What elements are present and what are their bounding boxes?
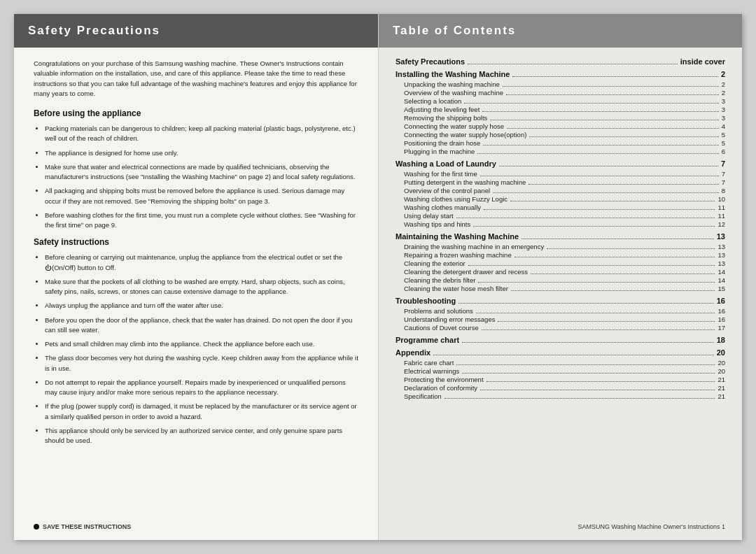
toc-sub-dots [456,218,715,218]
toc-main-entry: Programme chart18 [396,336,725,344]
toc-sub-entry: Cleaning the water hose mesh filter15 [404,285,725,292]
toc-sub-entry: Connecting the water supply hose4 [404,122,725,130]
toc-sub-dots [490,120,718,120]
toc-sub-dots [482,111,718,112]
list-item: Pets and small children may climb into t… [45,339,358,349]
footer-text: SAVE THESE INSTRUCTIONS [43,523,131,530]
bullet-list-safety: Before cleaning or carrying out maintena… [34,253,358,446]
toc-sub-dots [507,128,719,129]
toc-section: Programme chart18 [396,336,725,344]
toc-sub-dots [456,364,715,365]
toc-sub-entry: Draining the washing machine in an emerg… [404,243,725,250]
toc-sub-page: 13 [718,251,725,259]
toc-sub-entry: Repairing a frozen washing machine13 [404,251,725,259]
section-safety-instructions: Safety instructions Before cleaning or c… [34,237,358,446]
list-item: The appliance is designed for home use o… [45,148,358,158]
toc-sub-label: Cleaning the debris filter [404,276,475,284]
footer-left: SAVE THESE INSTRUCTIONS [34,523,131,530]
toc-section: Washing a Load of Laundry7Washing for th… [396,159,725,228]
toc-sub-label: Connecting the water supply hose(option) [404,131,526,138]
toc-sub-dots [503,86,719,87]
list-item: If the plug (power supply cord) is damag… [45,402,358,422]
toc-sub-label: Washing clothes using Fuzzy Logic [404,195,507,203]
toc-sub-dots [477,153,718,154]
toc-dots [468,64,678,64]
toc-sub-dots [511,290,715,291]
toc-sub-page: 21 [718,392,725,400]
toc-sub-dots [493,192,719,193]
toc-sub-label: Problems and solutions [404,307,473,315]
toc-sub-dots [510,201,715,201]
toc-sub-entry: Electrical warnings20 [404,367,725,375]
list-item: This appliance should only be serviced b… [45,426,358,446]
toc-sub-page: 20 [718,367,725,375]
toc-section: Installing the Washing Machine2Unpacking… [396,70,725,155]
toc-sub-dots [498,321,715,322]
toc-main-entry: Installing the Washing Machine2 [396,70,725,78]
toc-sub-entry: Specification21 [404,392,725,400]
toc-sub-page: 14 [718,268,725,276]
toc-sub-dots [480,176,719,176]
list-item: Before washing clothes for the first tim… [45,211,358,231]
toc-sub-label: Cleaning the exterior [404,260,465,267]
toc-sub-entry: Cautions of Duvet course17 [404,324,725,332]
toc-main-entry: Maintaining the Washing Machine13 [396,232,725,241]
toc-sub-page: 15 [718,285,725,292]
footer-bullet [34,524,39,530]
toc-sub-label: Positioning the drain hose [404,139,480,147]
toc-sub-label: Using delay start [404,212,454,220]
toc-sub-label: Cleaning the water hose mesh filter [404,285,508,292]
toc-sub-label: Selecting a location [404,97,461,105]
right-title: Table of Contents [393,24,516,37]
toc-dots [512,76,718,77]
toc-sub-entry: Washing clothes using Fuzzy Logic10 [404,195,725,203]
toc-page: 16 [717,297,725,305]
toc-sub-page: 20 [718,359,725,367]
toc-sub-dots [462,373,715,374]
toc-sub-page: 16 [718,315,725,323]
toc-section: Appendix20Fabric care chart20Electrical … [396,348,725,400]
toc-sub-dots [547,248,715,249]
toc-sub-entry: Declaration of conformity21 [404,384,725,392]
toc-dots [462,342,714,343]
toc-sub-entry: Protecting the environment21 [404,376,725,383]
toc-sub-dots [444,398,715,399]
toc-sub-entry: Putting detergent in the washing machine… [404,178,725,186]
list-item: Make sure that water and electrical conn… [45,162,358,183]
toc-sub-entries: Draining the washing machine in an emerg… [396,243,725,292]
toc-section: Troubleshooting16Problems and solutions1… [396,297,725,332]
toc-page: 18 [717,336,725,344]
toc-sub-page: 21 [718,376,725,383]
toc-sub-page: 16 [718,307,725,315]
section-heading-safety: Safety instructions [34,237,358,247]
toc-sub-dots [473,226,715,227]
toc-sub-entries: Problems and solutions16Understanding er… [396,307,725,332]
toc-sub-page: 5 [722,131,725,138]
toc-sub-label: Protecting the environment [404,376,484,383]
section-heading-before: Before using the appliance [34,108,358,118]
toc-sub-page: 12 [718,220,725,228]
toc-sub-dots [506,94,719,95]
toc-sub-entry: Using delay start11 [404,212,725,220]
toc-main-label: Appendix [396,348,430,357]
toc-sub-page: 11 [718,204,725,211]
toc-sub-dots [529,136,718,137]
toc-sub-entry: Selecting a location3 [404,97,725,105]
toc-main-entry: Troubleshooting16 [396,297,725,305]
footer-right: SAMSUNG Washing Machine Owner's Instruct… [578,523,725,530]
toc-page: inside cover [680,57,725,66]
left-title: Safety Precautions [28,24,160,37]
footer-brand: SAMSUNG Washing Machine Owner's Instruct… [578,523,725,530]
toc-sub-dots [476,313,715,313]
list-item: Do not attempt to repair the appliance y… [45,378,358,398]
toc-sub-entry: Washing tips and hints12 [404,220,725,228]
toc-sub-label: Washing tips and hints [404,220,470,228]
toc-sub-entry: Plugging in the machine6 [404,148,725,155]
toc-sub-label: Declaration of conformity [404,384,477,392]
toc-sub-label: Cautions of Duvet course [404,324,479,332]
toc-sub-label: Cleaning the detergent drawer and recess [404,268,528,276]
toc-sub-page: 10 [718,195,725,203]
toc-sub-page: 13 [718,243,725,250]
toc-sub-entry: Overview of the washing machine2 [404,89,725,97]
toc-section: Maintaining the Washing Machine13Drainin… [396,232,725,292]
